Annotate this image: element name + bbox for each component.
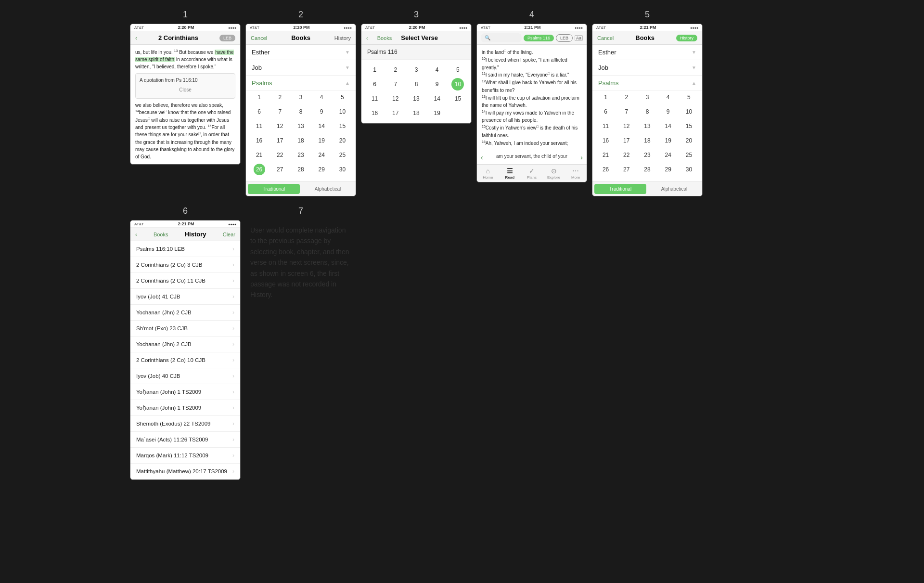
screen1-close-btn[interactable]: Close bbox=[140, 84, 231, 95]
screen3-v4[interactable]: 4 bbox=[428, 64, 447, 76]
screen6-item-0[interactable]: Psalms 116:10 LEB › bbox=[130, 241, 240, 257]
screen5-cancel-btn[interactable]: Cancel bbox=[597, 35, 614, 41]
screen2-ch3[interactable]: 3 bbox=[291, 91, 310, 104]
screen4-psalms-badge[interactable]: Psalms 116 bbox=[524, 35, 554, 41]
screen5-ch20[interactable]: 20 bbox=[680, 134, 698, 147]
screen5-ch26[interactable]: 26 bbox=[596, 163, 615, 176]
screen2-ch30[interactable]: 30 bbox=[333, 163, 352, 176]
screen6-item-7[interactable]: 2 Corinthians (2 Co) 10 CJB › bbox=[130, 352, 240, 368]
screen2-ch17[interactable]: 17 bbox=[270, 134, 289, 147]
screen3-v17[interactable]: 17 bbox=[386, 107, 405, 119]
screen5-ch2[interactable]: 2 bbox=[617, 91, 636, 104]
screen3-v18[interactable]: 18 bbox=[407, 107, 425, 119]
screen3-v5[interactable]: 5 bbox=[449, 64, 467, 76]
screen6-item-11[interactable]: Shemoth (Exodus) 22 TS2009 › bbox=[130, 416, 240, 432]
screen3-v7[interactable]: 7 bbox=[386, 78, 405, 91]
screen4-tab-read[interactable]: ☰ Read bbox=[499, 165, 521, 182]
screen6-item-13[interactable]: Marqos (Mark) 11:12 TS2009 › bbox=[130, 448, 240, 464]
screen3-v11[interactable]: 11 bbox=[365, 92, 384, 105]
screen5-ch8[interactable]: 8 bbox=[638, 105, 656, 118]
screen3-v12[interactable]: 12 bbox=[386, 92, 405, 105]
screen5-job-item[interactable]: Job ▼ bbox=[592, 60, 702, 76]
screen5-ch9[interactable]: 9 bbox=[659, 105, 678, 118]
screen6-item-8[interactable]: Iyov (Job) 40 CJB › bbox=[130, 368, 240, 384]
screen3-v14[interactable]: 14 bbox=[428, 92, 447, 105]
screen2-ch14[interactable]: 14 bbox=[312, 120, 331, 132]
screen5-ch21[interactable]: 21 bbox=[596, 149, 615, 161]
screen2-ch24[interactable]: 24 bbox=[312, 149, 331, 161]
screen5-ch10[interactable]: 10 bbox=[680, 105, 698, 118]
screen4-prev-arrow[interactable]: ‹ bbox=[479, 152, 485, 163]
screen5-ch11[interactable]: 11 bbox=[596, 120, 615, 132]
screen2-ch25[interactable]: 25 bbox=[333, 149, 352, 161]
screen3-v1[interactable]: 1 bbox=[365, 64, 384, 76]
screen2-ch20[interactable]: 20 bbox=[333, 134, 352, 147]
screen3-v16[interactable]: 16 bbox=[365, 107, 384, 119]
screen2-ch1[interactable]: 1 bbox=[250, 91, 269, 104]
screen3-v6[interactable]: 6 bbox=[365, 78, 384, 91]
screen6-item-4[interactable]: Yochanan (Jhn) 2 CJB › bbox=[130, 305, 240, 321]
screen5-ch6[interactable]: 6 bbox=[596, 105, 615, 118]
screen5-ch4[interactable]: 4 bbox=[659, 91, 678, 104]
screen5-alphabetical-btn[interactable]: Alphabetical bbox=[648, 184, 700, 194]
screen2-psalms-item[interactable]: Psalms ▲ bbox=[246, 76, 356, 91]
screen6-item-2[interactable]: 2 Corinthians (2 Co) 11 CJB › bbox=[130, 273, 240, 289]
screen2-ch19[interactable]: 19 bbox=[312, 134, 331, 147]
screen5-ch3[interactable]: 3 bbox=[638, 91, 656, 104]
screen6-item-1[interactable]: 2 Corinthians (2 Co) 3 CJB › bbox=[130, 257, 240, 273]
screen5-ch29[interactable]: 29 bbox=[659, 163, 678, 176]
screen2-ch4[interactable]: 4 bbox=[312, 91, 331, 104]
screen3-v2[interactable]: 2 bbox=[386, 64, 405, 76]
screen2-ch10[interactable]: 10 bbox=[333, 105, 352, 118]
screen4-leb-badge[interactable]: LEB bbox=[556, 34, 573, 42]
screen2-ch2[interactable]: 2 bbox=[270, 91, 289, 104]
screen4-search-bar[interactable]: 🔍 bbox=[481, 33, 522, 42]
screen6-item-5[interactable]: Sh'mot (Exo) 23 CJB › bbox=[130, 321, 240, 337]
screen2-ch22[interactable]: 22 bbox=[270, 149, 289, 161]
screen5-ch22[interactable]: 22 bbox=[617, 149, 636, 161]
screen5-ch23[interactable]: 23 bbox=[638, 149, 656, 161]
screen5-ch1[interactable]: 1 bbox=[596, 91, 615, 104]
screen3-v10-selected[interactable]: 10 bbox=[451, 78, 464, 91]
screen2-history-btn[interactable]: History bbox=[334, 35, 351, 41]
screen5-ch28[interactable]: 28 bbox=[638, 163, 656, 176]
screen6-back-btn[interactable]: Books bbox=[154, 232, 168, 237]
screen5-ch13[interactable]: 13 bbox=[638, 120, 656, 132]
screen6-item-9[interactable]: Yoḥanan (John) 1 TS2009 › bbox=[130, 384, 240, 400]
screen3-back-btn[interactable]: Books bbox=[377, 35, 392, 41]
screen2-ch27[interactable]: 27 bbox=[270, 163, 289, 176]
screen5-esther-item[interactable]: Esther ▼ bbox=[592, 45, 702, 60]
screen2-ch28[interactable]: 28 bbox=[291, 163, 310, 176]
screen5-psalms-item[interactable]: Psalms ▲ bbox=[592, 76, 702, 91]
screen3-v8[interactable]: 8 bbox=[407, 78, 425, 91]
screen6-item-3[interactable]: Iyov (Job) 41 CJB › bbox=[130, 289, 240, 305]
screen2-ch12[interactable]: 12 bbox=[270, 120, 289, 132]
screen1-nav-title[interactable]: 2 Corinthians bbox=[158, 34, 198, 41]
screen2-job-item[interactable]: Job ▼ bbox=[246, 60, 356, 76]
screen5-ch5[interactable]: 5 bbox=[680, 91, 698, 104]
screen2-ch21[interactable]: 21 bbox=[250, 149, 269, 161]
screen4-tab-home[interactable]: ⌂ Home bbox=[477, 165, 499, 182]
screen2-ch23[interactable]: 23 bbox=[291, 149, 310, 161]
screen5-ch14[interactable]: 14 bbox=[659, 120, 678, 132]
screen3-v9[interactable]: 9 bbox=[428, 78, 447, 91]
screen5-ch30[interactable]: 30 bbox=[680, 163, 698, 176]
screen5-ch27[interactable]: 27 bbox=[617, 163, 636, 176]
screen3-v19[interactable]: 19 bbox=[428, 107, 447, 119]
screen5-traditional-btn[interactable]: Traditional bbox=[594, 184, 646, 194]
screen6-item-12[interactable]: Ma`asei (Acts) 11:26 TS2009 › bbox=[130, 432, 240, 448]
screen5-ch19[interactable]: 19 bbox=[659, 134, 678, 147]
screen2-ch29[interactable]: 29 bbox=[312, 163, 331, 176]
screen4-tab-more[interactable]: ⋯ More bbox=[565, 165, 587, 182]
screen5-ch15[interactable]: 15 bbox=[680, 120, 698, 132]
screen5-ch7[interactable]: 7 bbox=[617, 105, 636, 118]
screen5-ch17[interactable]: 17 bbox=[617, 134, 636, 147]
screen2-alphabetical-btn[interactable]: Alphabetical bbox=[302, 184, 354, 194]
screen2-ch26-selected[interactable]: 26 bbox=[254, 164, 265, 175]
screen3-v15[interactable]: 15 bbox=[449, 92, 467, 105]
screen2-ch16[interactable]: 16 bbox=[250, 134, 269, 147]
screen2-ch11[interactable]: 11 bbox=[250, 120, 269, 132]
screen5-ch25[interactable]: 25 bbox=[680, 149, 698, 161]
screen5-ch18[interactable]: 18 bbox=[638, 134, 656, 147]
screen2-ch13[interactable]: 13 bbox=[291, 120, 310, 132]
